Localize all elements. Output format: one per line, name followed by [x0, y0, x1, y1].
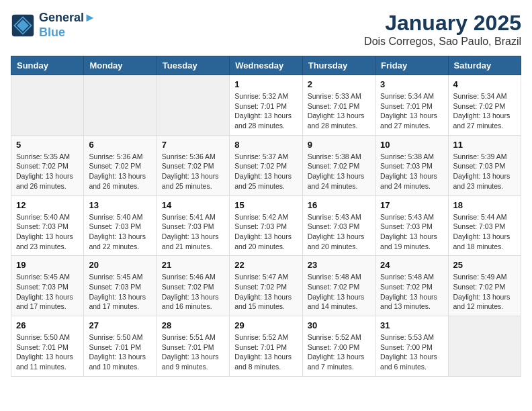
day-number: 14	[162, 200, 224, 210]
cell-content: Sunrise: 5:34 AMSunset: 7:02 PMDaylight:…	[453, 91, 516, 131]
calendar-cell: 22Sunrise: 5:47 AMSunset: 7:02 PMDayligh…	[230, 256, 302, 316]
cell-content: Sunrise: 5:44 AMSunset: 7:03 PMDaylight:…	[453, 212, 516, 252]
day-number: 18	[453, 200, 516, 210]
logo-text: General► Blue	[39, 11, 96, 40]
calendar-cell: 12Sunrise: 5:40 AMSunset: 7:03 PMDayligh…	[11, 195, 84, 256]
calendar-week-row: 1Sunrise: 5:32 AMSunset: 7:01 PMDaylight…	[11, 75, 521, 136]
day-number: 7	[162, 140, 224, 150]
cell-content: Sunrise: 5:35 AMSunset: 7:02 PMDaylight:…	[16, 152, 79, 191]
day-number: 13	[89, 200, 151, 210]
cell-content: Sunrise: 5:34 AMSunset: 7:01 PMDaylight:…	[380, 91, 443, 131]
day-number: 17	[380, 200, 443, 210]
day-number: 10	[380, 140, 443, 150]
cell-content: Sunrise: 5:45 AMSunset: 7:03 PMDaylight:…	[89, 272, 151, 312]
cell-content: Sunrise: 5:32 AMSunset: 7:01 PMDaylight:…	[234, 91, 297, 131]
day-number: 20	[89, 260, 151, 270]
month-title: January 2025	[364, 11, 521, 36]
page-header: General► Blue January 2025 Dois Corregos…	[11, 11, 521, 48]
calendar-cell: 31Sunrise: 5:53 AMSunset: 7:00 PMDayligh…	[375, 316, 448, 377]
calendar-cell: 3Sunrise: 5:34 AMSunset: 7:01 PMDaylight…	[375, 75, 448, 136]
weekday-header: Saturday	[448, 56, 521, 75]
calendar-cell: 9Sunrise: 5:38 AMSunset: 7:02 PMDaylight…	[302, 135, 375, 195]
calendar-cell: 29Sunrise: 5:52 AMSunset: 7:01 PMDayligh…	[230, 316, 302, 377]
calendar-cell: 14Sunrise: 5:41 AMSunset: 7:03 PMDayligh…	[157, 195, 229, 256]
logo: General► Blue	[11, 11, 96, 40]
cell-content: Sunrise: 5:52 AMSunset: 7:00 PMDaylight:…	[308, 332, 370, 372]
logo-icon	[11, 13, 35, 38]
calendar-cell	[11, 75, 84, 136]
day-number: 22	[234, 260, 297, 270]
weekday-header: Friday	[375, 56, 448, 75]
cell-content: Sunrise: 5:36 AMSunset: 7:02 PMDaylight:…	[89, 152, 151, 191]
calendar-cell: 30Sunrise: 5:52 AMSunset: 7:00 PMDayligh…	[302, 316, 375, 377]
day-number: 6	[89, 140, 151, 150]
calendar-cell: 18Sunrise: 5:44 AMSunset: 7:03 PMDayligh…	[448, 195, 521, 256]
calendar-cell: 11Sunrise: 5:39 AMSunset: 7:03 PMDayligh…	[448, 135, 521, 195]
day-number: 21	[162, 260, 224, 270]
calendar-cell: 2Sunrise: 5:33 AMSunset: 7:01 PMDaylight…	[302, 75, 375, 136]
day-number: 11	[453, 140, 516, 150]
day-number: 24	[380, 260, 443, 270]
day-number: 2	[308, 79, 370, 89]
day-number: 5	[16, 140, 79, 150]
cell-content: Sunrise: 5:50 AMSunset: 7:01 PMDaylight:…	[89, 332, 151, 372]
calendar-cell: 27Sunrise: 5:50 AMSunset: 7:01 PMDayligh…	[84, 316, 157, 377]
calendar-cell: 5Sunrise: 5:35 AMSunset: 7:02 PMDaylight…	[11, 135, 84, 195]
weekday-header-row: SundayMondayTuesdayWednesdayThursdayFrid…	[11, 56, 521, 75]
cell-content: Sunrise: 5:52 AMSunset: 7:01 PMDaylight:…	[234, 332, 297, 372]
cell-content: Sunrise: 5:41 AMSunset: 7:03 PMDaylight:…	[162, 212, 224, 252]
cell-content: Sunrise: 5:36 AMSunset: 7:02 PMDaylight:…	[162, 152, 224, 191]
calendar-cell: 16Sunrise: 5:43 AMSunset: 7:03 PMDayligh…	[302, 195, 375, 256]
day-number: 19	[16, 260, 79, 270]
calendar-cell: 10Sunrise: 5:38 AMSunset: 7:03 PMDayligh…	[375, 135, 448, 195]
calendar-cell: 23Sunrise: 5:48 AMSunset: 7:02 PMDayligh…	[302, 256, 375, 316]
day-number: 8	[234, 140, 297, 150]
calendar-cell: 28Sunrise: 5:51 AMSunset: 7:01 PMDayligh…	[157, 316, 229, 377]
day-number: 16	[308, 200, 370, 210]
cell-content: Sunrise: 5:51 AMSunset: 7:01 PMDaylight:…	[162, 332, 224, 372]
calendar-cell: 6Sunrise: 5:36 AMSunset: 7:02 PMDaylight…	[84, 135, 157, 195]
calendar-cell	[84, 75, 157, 136]
day-number: 4	[453, 79, 516, 89]
calendar-cell: 25Sunrise: 5:49 AMSunset: 7:02 PMDayligh…	[448, 256, 521, 316]
weekday-header: Thursday	[302, 56, 375, 75]
day-number: 30	[308, 320, 370, 330]
calendar-table: SundayMondayTuesdayWednesdayThursdayFrid…	[11, 56, 521, 377]
calendar-cell: 7Sunrise: 5:36 AMSunset: 7:02 PMDaylight…	[157, 135, 229, 195]
calendar-cell	[448, 316, 521, 377]
cell-content: Sunrise: 5:40 AMSunset: 7:03 PMDaylight:…	[89, 212, 151, 252]
cell-content: Sunrise: 5:46 AMSunset: 7:02 PMDaylight:…	[162, 272, 224, 312]
day-number: 1	[234, 79, 297, 89]
cell-content: Sunrise: 5:53 AMSunset: 7:00 PMDaylight:…	[380, 332, 443, 372]
cell-content: Sunrise: 5:40 AMSunset: 7:03 PMDaylight:…	[16, 212, 79, 252]
cell-content: Sunrise: 5:42 AMSunset: 7:03 PMDaylight:…	[234, 212, 297, 252]
calendar-cell: 24Sunrise: 5:48 AMSunset: 7:02 PMDayligh…	[375, 256, 448, 316]
calendar-cell: 20Sunrise: 5:45 AMSunset: 7:03 PMDayligh…	[84, 256, 157, 316]
calendar-cell: 21Sunrise: 5:46 AMSunset: 7:02 PMDayligh…	[157, 256, 229, 316]
calendar-cell: 17Sunrise: 5:43 AMSunset: 7:03 PMDayligh…	[375, 195, 448, 256]
weekday-header: Sunday	[11, 56, 84, 75]
calendar-cell: 1Sunrise: 5:32 AMSunset: 7:01 PMDaylight…	[230, 75, 302, 136]
day-number: 29	[234, 320, 297, 330]
day-number: 12	[16, 200, 79, 210]
calendar-cell: 8Sunrise: 5:37 AMSunset: 7:02 PMDaylight…	[230, 135, 302, 195]
cell-content: Sunrise: 5:43 AMSunset: 7:03 PMDaylight:…	[308, 212, 370, 252]
cell-content: Sunrise: 5:50 AMSunset: 7:01 PMDaylight:…	[16, 332, 79, 372]
calendar-cell: 26Sunrise: 5:50 AMSunset: 7:01 PMDayligh…	[11, 316, 84, 377]
calendar-week-row: 5Sunrise: 5:35 AMSunset: 7:02 PMDaylight…	[11, 135, 521, 195]
day-number: 26	[16, 320, 79, 330]
day-number: 9	[308, 140, 370, 150]
cell-content: Sunrise: 5:48 AMSunset: 7:02 PMDaylight:…	[380, 272, 443, 312]
cell-content: Sunrise: 5:37 AMSunset: 7:02 PMDaylight:…	[234, 152, 297, 191]
cell-content: Sunrise: 5:38 AMSunset: 7:02 PMDaylight:…	[308, 152, 370, 191]
day-number: 31	[380, 320, 443, 330]
cell-content: Sunrise: 5:43 AMSunset: 7:03 PMDaylight:…	[380, 212, 443, 252]
calendar-week-row: 12Sunrise: 5:40 AMSunset: 7:03 PMDayligh…	[11, 195, 521, 256]
day-number: 3	[380, 79, 443, 89]
day-number: 23	[308, 260, 370, 270]
calendar-cell	[157, 75, 229, 136]
day-number: 27	[89, 320, 151, 330]
day-number: 15	[234, 200, 297, 210]
calendar-cell: 4Sunrise: 5:34 AMSunset: 7:02 PMDaylight…	[448, 75, 521, 136]
cell-content: Sunrise: 5:47 AMSunset: 7:02 PMDaylight:…	[234, 272, 297, 312]
